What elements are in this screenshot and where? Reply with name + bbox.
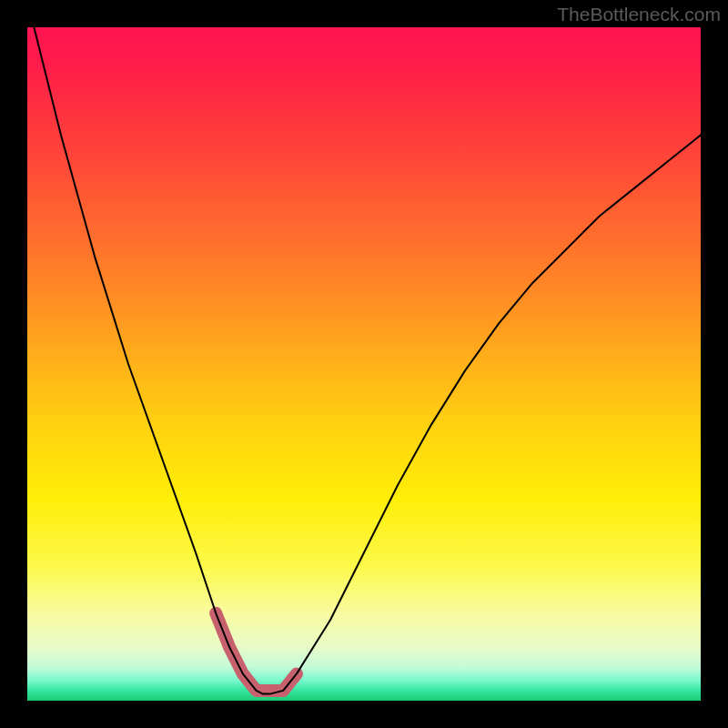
watermark-text: TheBottleneck.com <box>557 4 721 25</box>
bottleneck-curve <box>34 27 701 694</box>
curve-path <box>34 27 701 694</box>
curve-layer <box>27 27 701 701</box>
highlight-band <box>216 613 297 691</box>
chart-frame: TheBottleneck.com <box>0 0 728 728</box>
plot-area <box>27 27 701 701</box>
highlight-path <box>216 613 297 691</box>
